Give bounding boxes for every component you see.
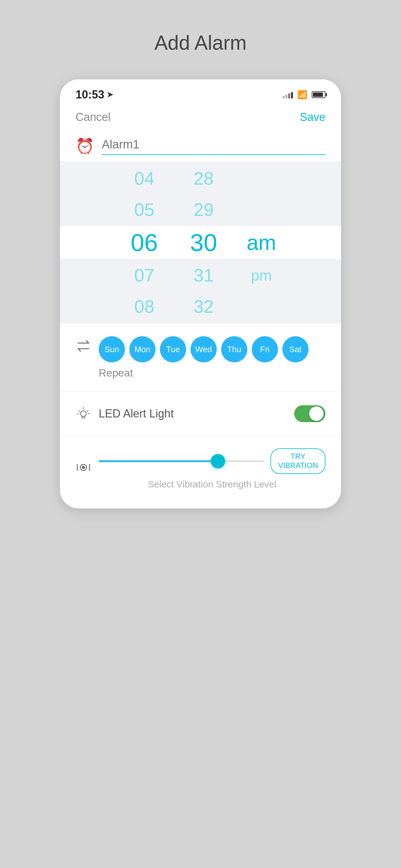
wifi-icon: 📶	[297, 90, 307, 100]
day-wed[interactable]: Wed	[191, 336, 217, 363]
minute-item-27: 27	[196, 161, 211, 163]
led-row: LED Alert Light	[75, 404, 326, 423]
ampm-item-am: am	[247, 225, 276, 260]
signal-icon	[282, 91, 293, 98]
minute-item-31: 31	[194, 260, 214, 291]
status-bar: 10:53 ➤ 📶	[60, 80, 341, 104]
day-mon[interactable]: Mon	[129, 336, 156, 363]
led-label: LED Alert Light	[99, 407, 287, 420]
svg-point-8	[82, 466, 85, 469]
repeat-label: Repeat	[99, 367, 326, 379]
clock-time: 10:53	[75, 88, 104, 101]
hour-column[interactable]: 03 04 05 06 07 08 09	[119, 161, 169, 324]
minute-item-29: 29	[194, 194, 214, 225]
status-time: 10:53 ➤	[75, 88, 113, 101]
save-button[interactable]: Save	[300, 111, 326, 124]
day-thu[interactable]: Thu	[221, 336, 247, 363]
days-row: Sun Mon Tue Wed Thu Fri Sat	[99, 336, 326, 363]
vibration-row: TRYVIBRATION Select Vibration Strength L…	[75, 448, 326, 490]
svg-line-4	[87, 410, 88, 411]
battery-icon	[312, 91, 326, 98]
vibration-label: Select Vibration Strength Level	[99, 479, 326, 490]
try-vibration-button[interactable]: TRYVIBRATION	[270, 448, 326, 474]
minute-column[interactable]: 27 28 29 30 31 32 33	[179, 161, 229, 324]
time-picker-inner: 03 04 05 06 07 08 09 27 28 29 30 31 32 3…	[60, 161, 341, 324]
hour-item-06: 06	[131, 225, 158, 260]
alarm-name-input[interactable]	[102, 138, 326, 151]
day-sat[interactable]: Sat	[282, 336, 308, 363]
alarm-name-field-wrap	[102, 138, 326, 155]
day-sun[interactable]: Sun	[99, 336, 125, 363]
alarm-name-row: ⏰	[60, 131, 341, 155]
time-picker-section[interactable]: 03 04 05 06 07 08 09 27 28 29 30 31 32 3…	[60, 161, 341, 324]
svg-line-3	[79, 410, 80, 411]
alarm-icon: ⏰	[75, 137, 94, 155]
hour-item-08: 08	[134, 291, 155, 322]
led-toggle[interactable]	[294, 405, 326, 422]
slider-fill	[99, 460, 218, 462]
divider-2	[60, 436, 341, 436]
vibration-slider[interactable]	[99, 460, 264, 462]
led-icon	[75, 404, 91, 423]
nav-bar: Cancel Save	[60, 104, 341, 131]
minute-item-28: 28	[194, 163, 214, 194]
vibration-content: TRYVIBRATION Select Vibration Strength L…	[99, 448, 326, 490]
status-icons: 📶	[282, 90, 326, 100]
day-fri[interactable]: Fri	[252, 336, 278, 363]
minute-item-30: 30	[190, 225, 218, 260]
repeat-content: Sun Mon Tue Wed Thu Fri Sat Repeat	[99, 336, 326, 379]
slider-row: TRYVIBRATION	[99, 448, 326, 474]
slider-thumb[interactable]	[211, 454, 225, 468]
repeat-row: Sun Mon Tue Wed Thu Fri Sat Repeat	[75, 336, 326, 379]
picker-columns: 03 04 05 06 07 08 09 27 28 29 30 31 32 3…	[60, 161, 341, 324]
svg-rect-1	[82, 416, 85, 418]
repeat-icon	[75, 338, 91, 357]
hour-item-09: 09	[137, 322, 152, 324]
svg-point-0	[80, 411, 86, 416]
hour-item-05: 05	[134, 194, 155, 225]
vibration-icon	[75, 460, 91, 478]
minute-item-33: 33	[196, 322, 211, 324]
bottom-section: Sun Mon Tue Wed Thu Fri Sat Repeat	[60, 324, 341, 508]
phone-card: 10:53 ➤ 📶 Cancel Save ⏰	[60, 80, 341, 508]
location-icon: ➤	[107, 90, 113, 99]
cancel-button[interactable]: Cancel	[75, 111, 110, 124]
hour-item-04: 04	[134, 163, 155, 194]
page-title: Add Alarm	[154, 31, 246, 54]
toggle-knob	[309, 406, 324, 421]
ampm-item-pm: pm	[251, 260, 272, 291]
day-tue[interactable]: Tue	[160, 336, 186, 363]
divider-1	[60, 392, 341, 392]
hour-item-07: 07	[134, 260, 155, 291]
minute-item-32: 32	[194, 291, 214, 322]
hour-item-03: 03	[137, 161, 152, 163]
ampm-column[interactable]: am pm	[241, 161, 282, 324]
